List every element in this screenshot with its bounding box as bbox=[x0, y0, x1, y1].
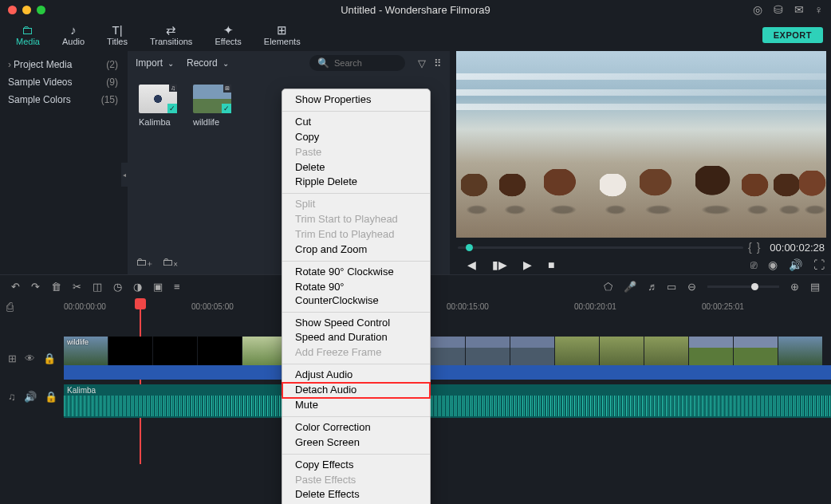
marker-icon[interactable]: ⬠ bbox=[604, 281, 612, 293]
display-settings-icon[interactable]: ⎚ bbox=[750, 258, 757, 271]
split-icon[interactable]: ✂ bbox=[73, 281, 81, 293]
volume-icon[interactable]: 🔊 bbox=[789, 258, 802, 271]
sidebar-item-project-media[interactable]: ›Project Media (2) bbox=[0, 56, 128, 73]
delete-folder-icon[interactable]: 🗀ₓ bbox=[162, 255, 178, 268]
search-input[interactable] bbox=[334, 58, 397, 68]
video-track-1[interactable]: wildlife bbox=[64, 337, 831, 380]
sidebar-item-sample-colors[interactable]: Sample Colors (15) bbox=[0, 91, 128, 108]
zoom-out-icon[interactable]: ⊖ bbox=[687, 281, 696, 293]
stop-button[interactable]: ■ bbox=[548, 258, 554, 271]
green-screen-icon[interactable]: ▣ bbox=[153, 281, 163, 293]
media-thumb-wildlife[interactable]: ⊞✓ wildlife bbox=[193, 85, 231, 127]
context-menu-item[interactable]: Detach Audio bbox=[282, 383, 430, 398]
track-film-icon: ⊞ bbox=[8, 352, 17, 364]
folder-icon: 🗀 bbox=[22, 24, 33, 36]
context-menu-item[interactable]: Cut bbox=[282, 115, 430, 130]
advanced-tools-icon[interactable]: ≡ bbox=[174, 281, 180, 293]
import-dropdown[interactable]: Import⌄ bbox=[136, 57, 174, 69]
play-button[interactable]: ▶ bbox=[523, 258, 532, 271]
context-menu-item: Paste bbox=[282, 145, 430, 160]
context-menu-item[interactable]: Rotate 90° Clockwise bbox=[282, 265, 430, 280]
play-pause-button[interactable]: ▮▶ bbox=[492, 258, 507, 271]
crop-icon[interactable]: ◫ bbox=[93, 281, 102, 293]
mail-icon[interactable]: ✉ bbox=[794, 3, 804, 16]
track-visibility-icon[interactable]: 👁 bbox=[25, 352, 35, 364]
chevron-right-icon: › bbox=[8, 59, 11, 70]
media-search[interactable]: 🔍 bbox=[309, 55, 405, 71]
tab-effects[interactable]: ✦ Effects bbox=[203, 22, 252, 48]
tab-transitions[interactable]: ⇄ Transitions bbox=[139, 22, 203, 48]
context-menu-item[interactable]: Mute bbox=[282, 398, 430, 413]
track-lock-icon[interactable]: 🔒 bbox=[45, 391, 57, 403]
audio-clip-kalimba[interactable]: Kalimba bbox=[64, 384, 831, 418]
account-icon[interactable]: ◎ bbox=[753, 3, 762, 16]
track-mute-icon[interactable]: 🔊 bbox=[24, 391, 37, 403]
track-lock-icon[interactable]: 🔒 bbox=[43, 352, 56, 364]
context-menu-item[interactable]: Crop and Zoom bbox=[282, 242, 430, 258]
tab-titles[interactable]: T| Titles bbox=[96, 22, 139, 48]
titlebar: Untitled - Wondershare Filmora9 ◎ ⛁ ✉ ♀ bbox=[0, 0, 831, 19]
context-menu-item[interactable]: Copy bbox=[282, 130, 430, 145]
video-clip-wildlife[interactable]: wildlife bbox=[64, 337, 831, 365]
context-menu-item[interactable]: Copy Effects bbox=[282, 458, 430, 473]
video-clip-audio-strip[interactable] bbox=[64, 365, 831, 380]
track-height-icon[interactable]: ▤ bbox=[810, 281, 820, 293]
undo-icon[interactable]: ↶ bbox=[11, 281, 20, 293]
render-icon[interactable]: ▭ bbox=[667, 281, 676, 293]
mark-out-icon[interactable]: } bbox=[757, 241, 761, 254]
context-menu-separator bbox=[282, 454, 430, 455]
context-menu-item[interactable]: Rotate 90° CounterClockwise bbox=[282, 280, 430, 309]
close-window-button[interactable] bbox=[8, 6, 17, 14]
preview-viewport[interactable] bbox=[456, 51, 826, 238]
redo-icon[interactable]: ↷ bbox=[31, 281, 40, 293]
audio-icon: ♪ bbox=[70, 24, 77, 36]
tab-elements[interactable]: ⊞ Elements bbox=[253, 22, 312, 48]
delete-icon[interactable]: 🗑 bbox=[51, 281, 61, 293]
preview-scrubber[interactable] bbox=[458, 246, 743, 249]
media-thumb-kalimba[interactable]: ♫✓ Kalimba bbox=[139, 85, 177, 127]
maximize-window-button[interactable] bbox=[37, 6, 45, 14]
mixer-icon[interactable]: ♬ bbox=[648, 281, 656, 293]
context-menu-item: Paste Effects bbox=[282, 473, 430, 488]
color-grade-icon[interactable]: ◑ bbox=[133, 281, 142, 293]
tab-media[interactable]: 🗀 Media bbox=[5, 22, 51, 48]
film-badge-icon: ⊞ bbox=[223, 85, 231, 93]
context-menu-item[interactable]: Delete Effects bbox=[282, 487, 430, 502]
grid-view-icon[interactable]: ⠿ bbox=[434, 57, 442, 69]
elements-icon: ⊞ bbox=[277, 24, 287, 36]
context-menu-item[interactable]: Speed and Duration bbox=[282, 330, 430, 345]
fullscreen-icon[interactable]: ⛶ bbox=[813, 258, 825, 271]
snapshot-icon[interactable]: ◉ bbox=[768, 258, 778, 271]
notifications-icon[interactable]: ♀ bbox=[815, 3, 824, 16]
top-tabs-bar: 🗀 Media ♪ Audio T| Titles ⇄ Transitions … bbox=[0, 19, 831, 51]
context-menu-item[interactable]: Ripple Delete bbox=[282, 175, 430, 190]
context-menu-item: Trim End to Playhead bbox=[282, 227, 430, 242]
checkmark-icon: ✓ bbox=[167, 104, 177, 113]
audio-track-1[interactable]: Kalimba bbox=[64, 384, 831, 418]
context-menu-item[interactable]: Delete bbox=[282, 160, 430, 175]
export-button[interactable]: EXPORT bbox=[762, 27, 823, 43]
new-folder-icon[interactable]: 🗀₊ bbox=[136, 255, 152, 268]
context-menu-item[interactable]: Color Correction bbox=[282, 420, 430, 435]
zoom-slider[interactable] bbox=[707, 285, 779, 288]
tab-audio[interactable]: ♪ Audio bbox=[51, 22, 96, 48]
context-menu-item[interactable]: Adjust Audio bbox=[282, 368, 430, 383]
cart-icon[interactable]: ⛁ bbox=[774, 3, 783, 16]
context-menu-item[interactable]: Show Speed Control bbox=[282, 316, 430, 331]
minimize-window-button[interactable] bbox=[22, 6, 31, 14]
speed-icon[interactable]: ◷ bbox=[113, 281, 122, 293]
titles-icon: T| bbox=[112, 24, 123, 36]
context-menu-separator bbox=[282, 416, 430, 417]
sidebar-item-sample-videos[interactable]: Sample Videos (9) bbox=[0, 73, 128, 91]
filter-icon[interactable]: ▽ bbox=[418, 57, 426, 69]
sidebar-collapse-handle[interactable]: ◂ bbox=[121, 163, 128, 187]
zoom-in-icon[interactable]: ⊕ bbox=[790, 281, 799, 293]
context-menu-item[interactable]: Green Screen bbox=[282, 435, 430, 451]
mark-in-icon[interactable]: { bbox=[748, 241, 752, 254]
context-menu-item[interactable]: Show Properties bbox=[282, 93, 430, 108]
voice-icon[interactable]: 🎤 bbox=[624, 281, 636, 293]
prev-frame-button[interactable]: ◀ bbox=[467, 258, 476, 271]
effects-icon: ✦ bbox=[223, 24, 234, 36]
record-dropdown[interactable]: Record⌄ bbox=[187, 57, 229, 69]
chevron-down-icon: ⌄ bbox=[167, 59, 174, 68]
